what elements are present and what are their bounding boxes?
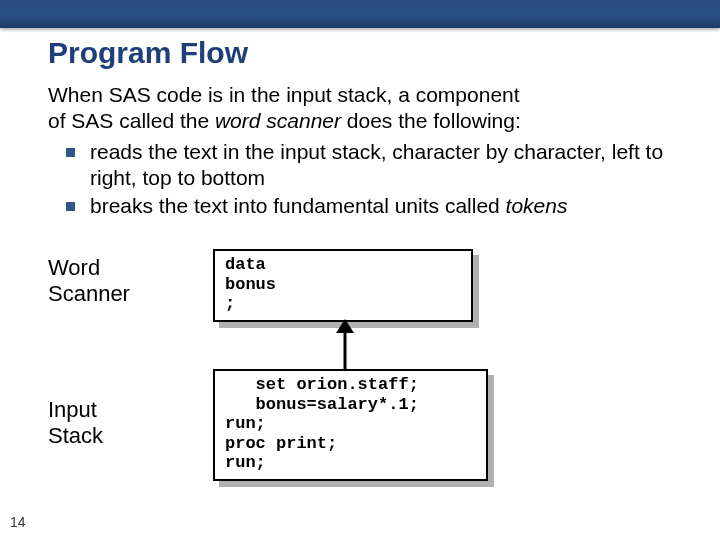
slide-body: Program Flow When SAS code is in the inp…: [0, 28, 720, 517]
arrow-up-icon: [330, 319, 360, 375]
bullet-item: reads the text in the input stack, chara…: [66, 139, 680, 192]
label-input-stack: Input Stack: [48, 397, 103, 448]
bullet2a-text: breaks the text into fundamental units c…: [90, 194, 506, 217]
bullet-list: reads the text in the input stack, chara…: [66, 139, 680, 220]
intro-line1: When SAS code is in the input stack, a c…: [48, 83, 520, 106]
intro-line2-em: word scanner: [215, 109, 341, 132]
slide-title: Program Flow: [48, 36, 680, 70]
diagram-area: Word Scanner data bonus ; Input Stack se…: [48, 237, 680, 517]
svg-marker-1: [336, 319, 354, 333]
label-word-scanner: Word Scanner: [48, 255, 130, 306]
intro-text: When SAS code is in the input stack, a c…: [48, 82, 680, 135]
intro-line2a: of SAS called the: [48, 109, 215, 132]
input-stack-codebox: set orion.staff; bonus=salary*.1; run; p…: [213, 369, 488, 481]
bullet-item: breaks the text into fundamental units c…: [66, 193, 680, 219]
page-number: 14: [10, 514, 26, 530]
word-scanner-codebox: data bonus ;: [213, 249, 473, 322]
bullet2-em: tokens: [506, 194, 568, 217]
bullet1-text: reads the text in the input stack, chara…: [90, 140, 663, 189]
intro-line2b: does the following:: [341, 109, 521, 132]
header-band: [0, 0, 720, 28]
